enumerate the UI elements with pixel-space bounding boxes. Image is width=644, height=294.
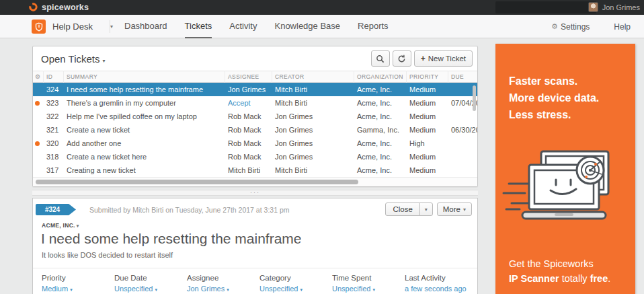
detail-actions: Close ▾ More ▾ bbox=[385, 203, 472, 216]
app-switcher[interactable]: Help Desk ▾ bbox=[32, 15, 113, 38]
ticket-summary: I need some help resetting the mainframe bbox=[64, 85, 225, 94]
ticket-assignee: Mitch Birti bbox=[225, 166, 272, 174]
tab-tickets[interactable]: Tickets bbox=[185, 15, 212, 38]
ticket-priority: Medium bbox=[407, 85, 448, 94]
time-spent-dropdown[interactable]: Unspecified ▾ bbox=[332, 285, 405, 293]
row-status bbox=[33, 139, 44, 147]
more-button[interactable]: More ▾ bbox=[437, 203, 472, 216]
ticket-description: It looks like DOS decided to restart its… bbox=[42, 251, 477, 259]
topbar-search-area[interactable] bbox=[495, 1, 596, 13]
ticket-detail-panel: #324 Submitted by Mitch Birti on Tuesday… bbox=[32, 198, 478, 294]
user-avatar bbox=[588, 2, 598, 12]
ticket-fields: Priority Medium ▾ Due Date Unspecified ▾… bbox=[33, 268, 477, 293]
chevron-down-icon: ▾ bbox=[70, 287, 73, 292]
ticket-creator: Jon Grimes bbox=[272, 139, 354, 147]
organization-dropdown[interactable]: ACME, INC.▾ bbox=[42, 222, 477, 229]
chevron-down-icon: ▾ bbox=[227, 287, 229, 292]
assignee-dropdown[interactable]: Jon Grimes ▾ bbox=[187, 285, 259, 293]
ticket-row-318[interactable]: 318 Create a new ticket here Rob Mack Jo… bbox=[33, 150, 477, 163]
ticket-id: 324 bbox=[44, 85, 64, 94]
ticket-id: 317 bbox=[44, 166, 64, 174]
close-dropdown-button[interactable]: ▾ bbox=[419, 203, 433, 216]
ticket-summary: Create a new ticket bbox=[64, 126, 225, 134]
gear-icon: ⚙ bbox=[551, 22, 558, 31]
tab-activity[interactable]: Activity bbox=[229, 15, 257, 38]
column-settings-button[interactable]: ⚙ bbox=[33, 71, 44, 83]
field-label: Category bbox=[259, 274, 332, 282]
ad-headline: Faster scans. More device data. Less str… bbox=[509, 73, 599, 123]
user-menu[interactable]: Jon Grimes bbox=[588, 2, 640, 12]
field-due-date: Due Date Unspecified ▾ bbox=[114, 274, 187, 293]
panel-resize-handle[interactable]: ··· bbox=[32, 190, 478, 196]
ticket-row-320[interactable]: 320 Add another one Rob Mack Jon Grimes … bbox=[33, 137, 477, 150]
ticket-priority: Medium bbox=[407, 99, 448, 107]
search-button[interactable] bbox=[371, 50, 390, 67]
spiceworks-logo-icon bbox=[28, 2, 38, 12]
tickets-panel-header: Open Tickets▾ + New Ticke bbox=[33, 46, 477, 71]
new-ticket-button[interactable]: + New Ticket bbox=[414, 50, 473, 67]
ticket-creator: Jon Grimes bbox=[272, 126, 354, 134]
topbar: spiceworks Jon Grimes bbox=[0, 0, 644, 15]
category-dropdown[interactable]: Unspecified ▾ bbox=[259, 285, 332, 293]
horizontal-scrollbar[interactable] bbox=[36, 180, 358, 184]
ticket-creator: Jon Grimes bbox=[272, 153, 354, 161]
ticket-organization: Acme, Inc. bbox=[354, 99, 407, 107]
accept-link[interactable]: Accept bbox=[225, 99, 272, 107]
ticket-id: 321 bbox=[44, 126, 64, 134]
column-id[interactable]: ID bbox=[44, 71, 64, 83]
ticket-row-323[interactable]: 323 There's a gremlin in my computer Acc… bbox=[33, 96, 477, 110]
spiceworks-logo[interactable]: spiceworks bbox=[28, 2, 89, 12]
ticket-summary: Help me I've spilled coffee on my laptop bbox=[64, 112, 225, 120]
tab-knowledge-base[interactable]: Knowledge Base bbox=[274, 15, 340, 38]
tab-dashboard[interactable]: Dashboard bbox=[124, 15, 167, 38]
field-last-activity: Last Activity a few seconds ago bbox=[405, 274, 477, 293]
chevron-down-icon: ▾ bbox=[155, 287, 158, 292]
column-assignee[interactable]: ASSIGNEE bbox=[225, 71, 272, 83]
ticket-id: 318 bbox=[44, 153, 64, 161]
column-creator[interactable]: CREATOR bbox=[272, 71, 354, 83]
column-due[interactable]: DUE bbox=[448, 71, 477, 83]
refresh-button[interactable] bbox=[393, 50, 411, 67]
chevron-down-icon: ▾ bbox=[300, 287, 303, 292]
ticket-row-317[interactable]: 317 Creating a new ticket Mitch Birti Mi… bbox=[33, 163, 477, 177]
row-status bbox=[33, 99, 44, 107]
tickets-toolbar: + New Ticket bbox=[371, 50, 473, 67]
field-label: Time Spent bbox=[332, 274, 405, 282]
app-label: Help Desk bbox=[52, 22, 93, 32]
ticket-filter-label: Open Tickets bbox=[41, 53, 100, 65]
unread-dot-icon bbox=[35, 141, 40, 146]
help-button[interactable]: Help bbox=[614, 22, 631, 32]
ticket-organization: Acme, Inc. bbox=[354, 85, 407, 94]
ticket-row-321[interactable]: 321 Create a new ticket Rob Mack Jon Gri… bbox=[33, 123, 477, 137]
nav-tabs: Dashboard Tickets Activity Knowledge Bas… bbox=[124, 15, 389, 38]
ip-scanner-ad[interactable]: Faster scans. More device data. Less str… bbox=[495, 44, 635, 294]
field-label: Due Date bbox=[114, 274, 187, 282]
last-activity-value[interactable]: a few seconds ago bbox=[405, 285, 477, 293]
tab-reports[interactable]: Reports bbox=[358, 15, 389, 38]
ticket-organization: Acme, Inc. bbox=[354, 139, 407, 147]
ticket-title: I need some help resetting the mainframe bbox=[41, 231, 477, 247]
ticket-summary: There's a gremlin in my computer bbox=[64, 99, 225, 107]
refresh-icon bbox=[397, 54, 406, 63]
due-date-dropdown[interactable]: Unspecified ▾ bbox=[114, 285, 187, 293]
column-priority[interactable]: PRIORITY bbox=[407, 71, 448, 83]
column-organization[interactable]: ORGANIZATION bbox=[354, 71, 407, 83]
organization-label: ACME, INC. bbox=[42, 222, 75, 229]
ticket-priority: Medium bbox=[407, 112, 448, 120]
priority-dropdown[interactable]: Medium ▾ bbox=[42, 285, 114, 293]
ad-cta-line2: IP Scanner totally free. bbox=[509, 272, 610, 287]
ticket-organization: Gamma, Inc. bbox=[354, 126, 407, 134]
ticket-priority: High bbox=[407, 139, 448, 147]
ticket-organization: Acme, Inc. bbox=[354, 166, 407, 174]
field-label: Priority bbox=[42, 274, 114, 282]
ticket-filter-dropdown[interactable]: Open Tickets▾ bbox=[41, 53, 106, 65]
vertical-scrollbar[interactable] bbox=[473, 85, 476, 111]
ticket-row-324[interactable]: 324 I need some help resetting the mainf… bbox=[33, 83, 477, 96]
ad-cta: Get the Spiceworks IP Scanner totally fr… bbox=[509, 257, 610, 287]
navbar: Help Desk ▾ Dashboard Tickets Activity K… bbox=[0, 15, 644, 38]
close-button[interactable]: Close bbox=[385, 203, 419, 216]
ticket-id: 320 bbox=[44, 139, 64, 147]
ticket-row-322[interactable]: 322 Help me I've spilled coffee on my la… bbox=[33, 110, 477, 123]
column-summary[interactable]: SUMMARY bbox=[64, 71, 225, 83]
settings-button[interactable]: ⚙ Settings bbox=[551, 22, 590, 32]
